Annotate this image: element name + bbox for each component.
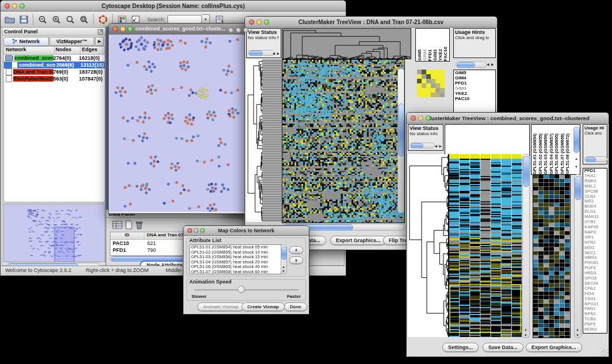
attribute-list-vscrollbar[interactable]: ▲ ▼	[281, 244, 287, 274]
scroll-up-icon[interactable]: ▲	[524, 327, 527, 332]
tv1-export-graphics-button[interactable]: Export Graphics...	[330, 236, 387, 245]
tv2-heatmap-vscrollbar[interactable]: ▲ ▼	[522, 154, 530, 338]
scroll-left-icon[interactable]: ◀	[434, 144, 437, 148]
tv1-heatmap[interactable]	[282, 59, 405, 223]
tv1-column-dendrogram[interactable]	[282, 28, 411, 59]
tv2-heatmap[interactable]	[448, 154, 522, 337]
minimize-icon[interactable]	[236, 28, 241, 33]
network-row[interactable]: combined_scores2764(0)16218(0)	[4, 55, 105, 62]
tv1-summary-matrix[interactable]	[417, 70, 445, 97]
network-row[interactable]: RNAPuberNov2+563(0)107847(0)	[4, 75, 105, 82]
close-icon[interactable]	[5, 3, 10, 9]
speed-slider-track[interactable]	[194, 289, 299, 291]
minimize-icon[interactable]	[418, 116, 423, 121]
attribute-select-icon[interactable]	[112, 220, 123, 232]
tv1-gene-label[interactable]: GIM3	[454, 86, 495, 91]
tv2-export-graphics-button[interactable]: Export Graphics...	[526, 343, 582, 352]
close-icon[interactable]	[228, 28, 234, 33]
help-lifesaver-icon[interactable]	[96, 13, 110, 26]
resize-grip[interactable]	[601, 349, 608, 356]
save-icon[interactable]	[17, 13, 30, 26]
minimize-icon[interactable]	[257, 20, 262, 25]
tv2-labels-vscrollbar[interactable]	[573, 127, 580, 153]
scroll-left-icon[interactable]: ◀	[487, 62, 489, 67]
tv1-status-scrollbar[interactable]	[248, 50, 274, 56]
tab-network[interactable]: Network	[3, 37, 49, 46]
animate-vizmap-button[interactable]: Animate Vizmap	[197, 302, 244, 311]
close-icon[interactable]	[188, 228, 192, 233]
open-folder-icon[interactable]	[3, 13, 17, 26]
done-button[interactable]: Done	[284, 302, 307, 311]
col-nodes[interactable]: Nodes	[55, 47, 81, 54]
col-edges[interactable]: Edges	[81, 47, 105, 54]
speed-slider-thumb[interactable]	[238, 286, 245, 293]
network-overview-canvas[interactable]	[3, 204, 105, 262]
tv2-gene-list[interactable]: PFD1YRA1RNR4MSL1SPC98CLN1NIS1BUD4ELG1MAK…	[583, 168, 607, 334]
zoom-fit-icon[interactable]	[63, 13, 77, 26]
minimize-icon[interactable]	[12, 3, 17, 9]
treeview2-titlebar[interactable]: ClusterMaker TreeView : combined_scores_…	[407, 113, 609, 124]
zoom-out-icon[interactable]	[36, 13, 49, 26]
scroll-down-icon[interactable]: ▼	[575, 164, 578, 169]
zoom-window-icon[interactable]	[243, 28, 248, 33]
tab-more-button[interactable]: ▶	[95, 37, 104, 46]
zoom-window-icon[interactable]	[426, 116, 431, 121]
tv1-hints-scrollbar[interactable]	[456, 62, 487, 68]
scroll-left-icon[interactable]: ◀	[272, 51, 275, 56]
network-row[interactable]: DNA and Tran 07769(0)183728(0)	[4, 68, 105, 75]
attribute-list-item[interactable]: GPL51-07 (GSM868) heat shock 60 min	[190, 270, 281, 274]
tv2-settings-button[interactable]: Settings...	[442, 343, 479, 352]
float-panel-icon[interactable]	[98, 26, 103, 37]
close-icon[interactable]	[411, 116, 416, 121]
treeview1-titlebar[interactable]: ClusterMaker TreeView : DNA and Tran 07-…	[245, 17, 497, 28]
tv2-zoom-vscrollbar[interactable]: ▲ ▼	[574, 174, 582, 338]
scroll-down-icon[interactable]: ▼	[282, 269, 285, 274]
attribute-list[interactable]: GPL51-01 (GSM854) heat shock 05 minGPL51…	[189, 244, 281, 274]
map-dialog-titlebar[interactable]: Map Colors to Network	[183, 226, 309, 236]
scroll-up-icon[interactable]: ▲	[282, 265, 285, 269]
tv2-row-dendrogram[interactable]	[408, 154, 448, 337]
tv1-gene-label[interactable]: PAC10	[454, 96, 495, 101]
tab-vizmapper[interactable]: VizMapper™	[49, 37, 95, 46]
minimize-icon[interactable]	[120, 26, 125, 32]
zoom-selected-icon[interactable]	[77, 13, 91, 26]
tv2-hints-scrollbar[interactable]	[584, 156, 607, 162]
create-vizmap-button[interactable]: Create Vizmap	[242, 302, 285, 311]
tv2-zoom-heatmap[interactable]	[533, 174, 571, 338]
search-input[interactable]	[167, 15, 202, 24]
minimize-icon[interactable]	[194, 228, 198, 233]
delete-attribute-icon[interactable]	[135, 220, 143, 232]
tv1-gene-label[interactable]: PFD1	[454, 81, 495, 86]
tv1-gene-label[interactable]: GIM4	[454, 75, 495, 81]
scroll-down-icon[interactable]: ▼	[524, 333, 527, 338]
tv1-heatmap-vscrollbar[interactable]	[397, 68, 404, 213]
tv2-status-scrollbar[interactable]	[410, 143, 435, 148]
scroll-up-icon[interactable]: ▲	[575, 156, 578, 161]
col-network[interactable]: Network	[4, 47, 55, 54]
scroll-right-icon[interactable]: ▶	[277, 51, 280, 56]
close-icon[interactable]	[113, 26, 118, 32]
new-attribute-icon[interactable]	[125, 220, 133, 232]
zoom-window-icon[interactable]	[20, 3, 25, 9]
zoom-window-icon[interactable]	[128, 26, 133, 32]
zoom-window-icon[interactable]	[200, 228, 205, 233]
scroll-down-icon[interactable]: ▼	[576, 333, 579, 338]
scroll-right-icon[interactable]: ▶	[491, 62, 494, 67]
tv2-gene-label[interactable]: MON2	[583, 327, 607, 332]
window-controls[interactable]	[5, 3, 25, 9]
zoom-window-icon[interactable]	[264, 20, 269, 25]
tv1-gene-label[interactable]: GIM5	[454, 70, 495, 75]
data-col-id[interactable]: ID	[110, 232, 144, 239]
move-up-button[interactable]: ∧	[289, 246, 303, 254]
tv1-row-dendrogram[interactable]	[246, 59, 262, 222]
scroll-up-icon[interactable]: ▲	[576, 327, 579, 332]
main-titlebar[interactable]: Cytoscape Desktop (Session Name: collins…	[1, 1, 346, 12]
zoom-in-icon[interactable]	[49, 13, 63, 26]
move-down-button[interactable]: ∨	[289, 256, 303, 264]
tv1-gene-label[interactable]: YKE2	[454, 91, 495, 96]
scroll-right-icon[interactable]: ▶	[439, 144, 442, 148]
tv2-save-data-button[interactable]: Save Data...	[483, 343, 523, 352]
network-view-canvas[interactable]	[109, 35, 250, 212]
close-icon[interactable]	[249, 20, 254, 25]
tv1-gene-list[interactable]: GIM5GIM4PFD1GIM3YKE2PAC10	[453, 70, 496, 116]
